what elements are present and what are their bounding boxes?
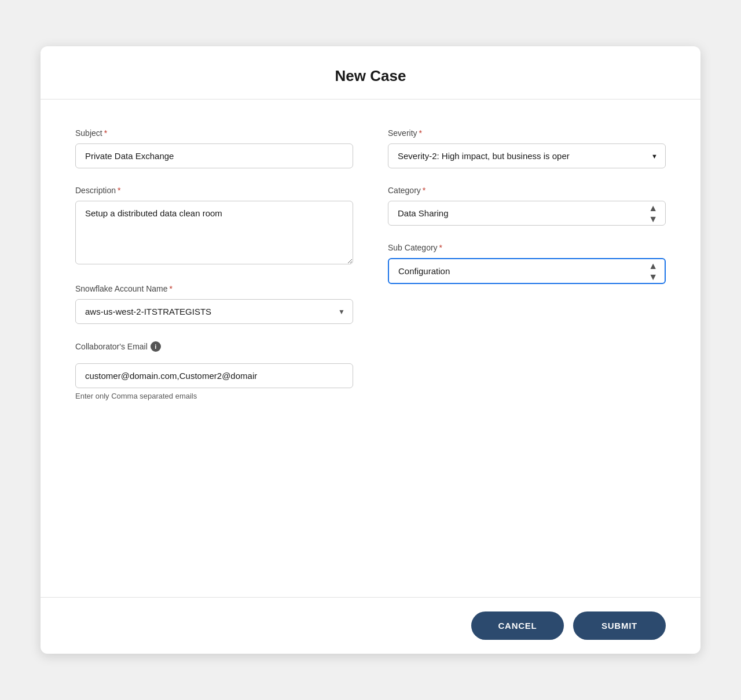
snowflake-group: Snowflake Account Name* aws-us-west-2-IT… bbox=[75, 284, 353, 324]
subcategory-group: Sub Category* Configuration Access Contr… bbox=[388, 243, 666, 284]
category-group: Category* Data Sharing Data Governance S… bbox=[388, 186, 666, 226]
subject-group: Subject* bbox=[75, 128, 353, 168]
description-textarea[interactable]: Setup a distributed data clean room bbox=[75, 201, 353, 264]
subcategory-select-wrapper: Configuration Access Control Performance… bbox=[388, 258, 666, 284]
category-required: * bbox=[423, 186, 425, 195]
collaborator-label: Collaborator's Email bbox=[75, 342, 148, 351]
subject-input[interactable] bbox=[75, 143, 353, 168]
submit-button[interactable]: SUBMIT bbox=[573, 611, 666, 640]
description-group: Description* Setup a distributed data cl… bbox=[75, 186, 353, 267]
snowflake-select[interactable]: aws-us-west-2-ITSTRATEGISTS aws-us-east-… bbox=[75, 299, 353, 324]
collaborator-label-row: Collaborator's Email i bbox=[75, 341, 353, 352]
collaborator-info-icon[interactable]: i bbox=[151, 341, 161, 352]
collaborator-input[interactable] bbox=[75, 363, 353, 388]
subcategory-label: Sub Category* bbox=[388, 243, 666, 252]
severity-select-wrapper: Severity-1: Critical impact, service is … bbox=[388, 143, 666, 168]
severity-group: Severity* Severity-1: Critical impact, s… bbox=[388, 128, 666, 168]
collaborator-group: Collaborator's Email i Enter only Comma … bbox=[75, 341, 353, 400]
subject-label: Subject* bbox=[75, 128, 353, 138]
severity-label: Severity* bbox=[388, 128, 666, 138]
subject-required: * bbox=[104, 128, 107, 138]
modal-footer: CANCEL SUBMIT bbox=[41, 597, 700, 654]
severity-required: * bbox=[419, 128, 422, 138]
right-column: Severity* Severity-1: Critical impact, s… bbox=[388, 128, 666, 418]
new-case-modal: New Case Subject* Description* Setup bbox=[41, 46, 700, 654]
cancel-button[interactable]: CANCEL bbox=[471, 611, 564, 640]
modal-header: New Case bbox=[41, 46, 700, 100]
description-label: Description* bbox=[75, 186, 353, 195]
subcategory-select[interactable]: Configuration Access Control Performance… bbox=[388, 258, 666, 284]
description-required: * bbox=[118, 186, 120, 195]
modal-title: New Case bbox=[64, 67, 677, 85]
collaborator-hint: Enter only Comma separated emails bbox=[75, 392, 353, 400]
left-column: Subject* Description* Setup a distribute… bbox=[75, 128, 353, 418]
form-grid: Subject* Description* Setup a distribute… bbox=[75, 128, 666, 418]
snowflake-select-wrapper: aws-us-west-2-ITSTRATEGISTS aws-us-east-… bbox=[75, 299, 353, 324]
modal-body: Subject* Description* Setup a distribute… bbox=[41, 100, 700, 597]
snowflake-label: Snowflake Account Name* bbox=[75, 284, 353, 293]
subcategory-required: * bbox=[439, 243, 442, 252]
severity-select[interactable]: Severity-1: Critical impact, service is … bbox=[388, 143, 666, 168]
category-label: Category* bbox=[388, 186, 666, 195]
category-select[interactable]: Data Sharing Data Governance Security Bi… bbox=[388, 201, 666, 226]
snowflake-required: * bbox=[170, 284, 173, 293]
category-select-wrapper: Data Sharing Data Governance Security Bi… bbox=[388, 201, 666, 226]
